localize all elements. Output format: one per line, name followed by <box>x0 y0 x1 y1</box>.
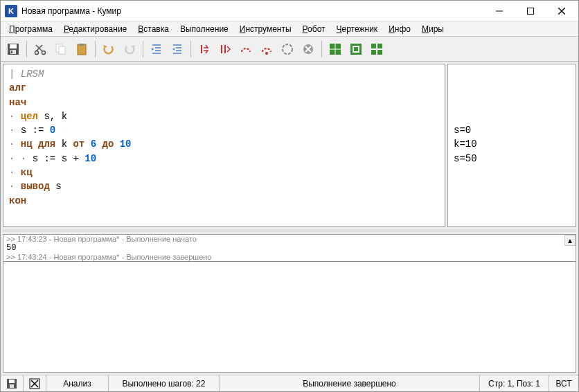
outdent-icon <box>170 42 184 56</box>
svg-point-23 <box>283 44 292 54</box>
svg-rect-12 <box>78 44 86 55</box>
close-button[interactable] <box>546 1 577 21</box>
svg-rect-11 <box>59 46 65 54</box>
maximize-button[interactable] <box>515 1 546 21</box>
scissors-icon <box>33 42 47 56</box>
code-keyword: нач <box>9 97 26 108</box>
sb-steps: Выполнено шагов: 22 <box>109 375 220 391</box>
variables-pane: s=0 k=10 s=50 <box>447 64 576 227</box>
app-icon: K <box>5 5 17 17</box>
var-row: k=10 <box>454 137 570 151</box>
separator <box>321 41 322 57</box>
menu-tools[interactable]: Инструменты <box>234 23 297 35</box>
grid3-button[interactable] <box>367 39 386 59</box>
output-value: 50 <box>3 243 576 253</box>
output-log-line: >> 17:43:24 - Новая программа* - Выполне… <box>3 253 576 262</box>
svg-rect-36 <box>9 380 15 383</box>
step-into-button[interactable] <box>257 39 276 59</box>
svg-point-8 <box>35 51 39 54</box>
paste-button[interactable] <box>72 39 91 59</box>
step-over-icon <box>239 42 253 56</box>
svg-rect-7 <box>11 51 12 53</box>
run-icon <box>197 42 211 56</box>
code-type: цел <box>21 111 38 122</box>
pause-button[interactable] <box>278 39 297 59</box>
content-area: | LRSM алг нач · цел s, k · s := 0 · нц … <box>1 62 578 375</box>
step-icon <box>218 42 232 56</box>
grid1-button[interactable] <box>326 39 345 59</box>
sb-save-button[interactable] <box>1 375 24 391</box>
grid-icon <box>328 42 342 56</box>
maximize-icon <box>527 8 534 15</box>
menu-run[interactable]: Выполнение <box>175 23 234 35</box>
menu-robot[interactable]: Робот <box>297 23 331 35</box>
menu-edit[interactable]: Редактирование <box>58 23 132 35</box>
separator <box>95 41 96 57</box>
menu-drawer[interactable]: Чертежник <box>331 23 384 35</box>
redo-button[interactable] <box>120 39 139 59</box>
menubar: Программа Редактирование Вставка Выполне… <box>1 21 578 37</box>
grid2-button[interactable] <box>346 39 366 59</box>
save-icon <box>6 378 17 389</box>
code-keyword: алг <box>9 82 26 93</box>
svg-rect-30 <box>350 44 362 55</box>
cancel-icon <box>29 378 40 389</box>
step-button[interactable] <box>215 39 235 59</box>
menu-insert[interactable]: Вставка <box>132 23 175 35</box>
sb-cancel-button[interactable] <box>24 375 46 391</box>
window-title: Новая программа - Кумир <box>21 6 483 16</box>
top-panes: | LRSM алг нач · цел s, k · s := 0 · нц … <box>3 64 576 227</box>
indent-icon <box>150 42 163 56</box>
separator <box>190 41 191 57</box>
copy-button[interactable] <box>51 39 71 59</box>
close-icon <box>558 8 565 15</box>
sb-insert-mode: ВСТ <box>549 375 578 391</box>
redo-icon <box>123 42 136 56</box>
svg-rect-5 <box>10 44 17 48</box>
statusbar: Анализ Выполнено шагов: 22 Выполнение за… <box>1 375 578 391</box>
minimize-button[interactable] <box>483 1 515 21</box>
pause-icon <box>280 42 294 56</box>
output-log-line: >> 17:43:23 - Новая программа* - Выполне… <box>3 235 576 243</box>
run-button[interactable] <box>195 39 214 59</box>
separator <box>26 41 27 57</box>
step-over-button[interactable] <box>236 39 256 59</box>
var-row: s=0 <box>454 123 570 137</box>
grid-quad-icon <box>370 42 384 56</box>
toolbar <box>1 37 578 62</box>
horizontal-splitter[interactable] <box>3 229 576 232</box>
menu-worlds[interactable]: Миры <box>416 23 449 35</box>
svg-point-22 <box>265 52 268 55</box>
sb-analysis[interactable]: Анализ <box>46 375 109 391</box>
menu-program[interactable]: Программа <box>3 23 58 35</box>
step-into-icon <box>260 42 274 56</box>
svg-rect-37 <box>10 384 14 388</box>
titlebar: K Новая программа - Кумир <box>1 1 578 21</box>
var-row: s=50 <box>454 152 570 166</box>
separator <box>143 41 143 57</box>
cut-button[interactable] <box>30 39 50 59</box>
output-pane[interactable]: ▲ >> 17:43:23 - Новая программа* - Выпол… <box>3 234 576 373</box>
main-window: K Новая программа - Кумир Программа Реда… <box>0 0 579 392</box>
undo-button[interactable] <box>99 39 118 59</box>
save-icon <box>6 42 20 56</box>
menu-info[interactable]: Инфо <box>383 23 416 35</box>
undo-icon <box>102 42 116 56</box>
code-comment: | LRSM <box>9 69 44 80</box>
stop-button[interactable] <box>299 39 318 59</box>
svg-rect-1 <box>527 8 533 14</box>
code-editor[interactable]: | LRSM алг нач · цел s, k · s := 0 · нц … <box>3 64 445 227</box>
copy-icon <box>54 42 68 56</box>
sb-state: Выполнение завершено <box>220 375 480 391</box>
clipboard-icon <box>75 42 89 56</box>
scroll-up-button[interactable]: ▲ <box>564 235 576 246</box>
indent-button[interactable] <box>147 39 166 59</box>
minimize-icon <box>496 8 503 15</box>
grid-frame-icon <box>349 42 363 56</box>
save-button[interactable] <box>3 39 23 59</box>
outdent-button[interactable] <box>168 39 187 59</box>
sb-position: Стр: 1, Поз: 1 <box>480 375 549 391</box>
stop-icon <box>301 42 315 56</box>
svg-point-9 <box>42 51 46 54</box>
svg-rect-13 <box>80 44 84 46</box>
